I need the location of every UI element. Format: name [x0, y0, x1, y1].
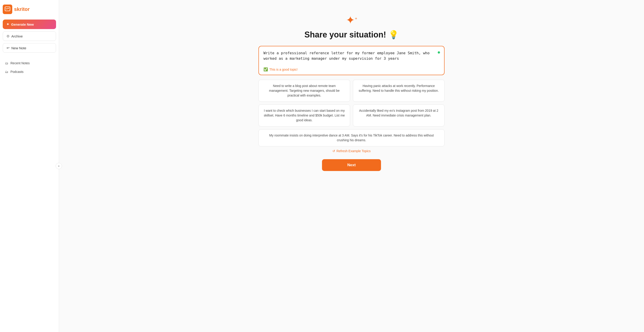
sidebar-item-podcasts[interactable]: 🗂 Podcasts: [3, 68, 56, 75]
example-card-3[interactable]: I want to check which businesses I can s…: [258, 105, 350, 127]
good-topic-badge: ✅ This is a good topic!: [264, 67, 440, 72]
sparkle-icon: ✦: [6, 22, 9, 26]
lightbulb-emoji: 💡: [388, 30, 399, 40]
folder-icon: 🗂: [5, 61, 8, 65]
generate-new-button[interactable]: ✦ Generate New: [3, 20, 56, 29]
topic-input[interactable]: Write a professional reference letter fo…: [264, 51, 440, 64]
new-note-button[interactable]: ↩ New Note: [3, 43, 56, 53]
example-card-1[interactable]: Need to write a blog post about remote t…: [258, 80, 350, 102]
examples-grid: Need to write a blog post about remote t…: [258, 80, 444, 127]
archive-button[interactable]: ⊙ Archive: [3, 31, 56, 41]
page-title: Share your situation! 💡: [304, 30, 398, 40]
archive-icon: ⊙: [6, 34, 10, 38]
sidebar: skritor ✦ Generate New ⊙ Archive ↩ New N…: [0, 0, 59, 332]
svg-point-1: [6, 9, 6, 9]
archive-btn-label: Archive: [11, 34, 23, 38]
topic-input-container: Write a professional reference letter fo…: [258, 46, 444, 75]
spark-icon: ✦+: [346, 14, 358, 26]
collapse-sidebar-button[interactable]: «: [56, 163, 62, 169]
check-circle-icon: ✅: [264, 67, 268, 72]
example-card-wide[interactable]: My roommate insists on doing interpretiv…: [258, 129, 444, 146]
example-card-2[interactable]: Having panic attacks at work recently. P…: [353, 80, 444, 102]
folder-icon-2: 🗂: [5, 70, 8, 74]
new-note-icon: ↩: [6, 46, 10, 50]
refresh-topics-link[interactable]: ↺ Refresh Example Topics: [332, 149, 371, 153]
example-card-4[interactable]: Accidentally liked my ex's Instagram pos…: [353, 105, 444, 127]
app-name: skritor: [14, 6, 30, 12]
refresh-icon: ↺: [332, 149, 335, 153]
generate-btn-label: Generate New: [11, 23, 34, 26]
green-dot-indicator: [438, 51, 440, 54]
main-content: ✦+ Share your situation! 💡 Write a profe…: [59, 0, 644, 332]
logo-icon: [3, 5, 12, 14]
logo-area: skritor: [3, 4, 56, 15]
sidebar-item-recent-notes[interactable]: 🗂 Recent Notes: [3, 60, 56, 67]
new-note-btn-label: New Note: [11, 46, 26, 50]
sidebar-nav-section: 🗂 Recent Notes 🗂 Podcasts: [3, 60, 56, 77]
next-button[interactable]: Next: [322, 159, 381, 171]
